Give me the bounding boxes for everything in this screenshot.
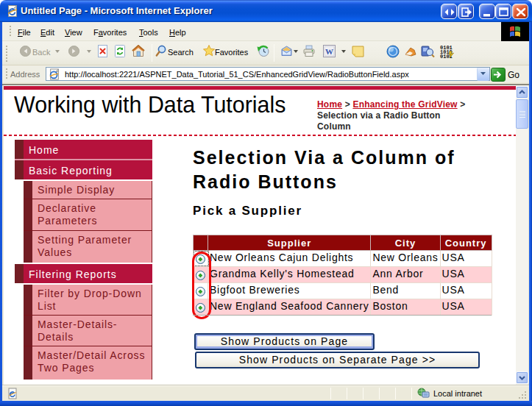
svg-text:W: W (325, 47, 333, 56)
